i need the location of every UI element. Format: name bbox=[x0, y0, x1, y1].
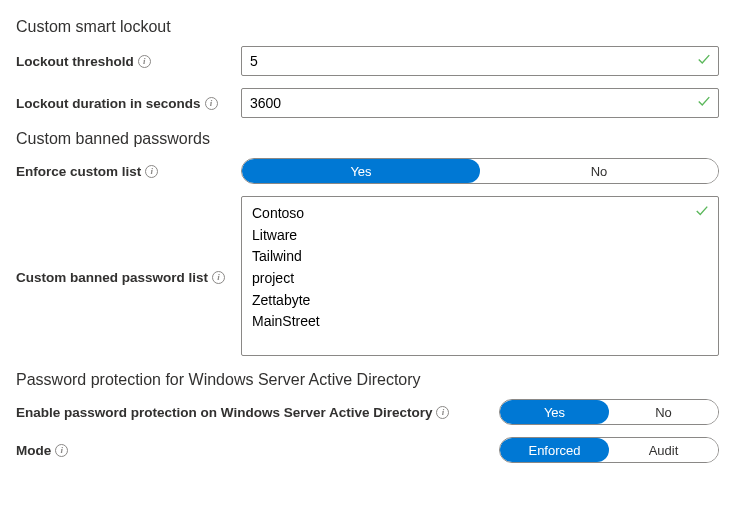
row-enable-winad: Enable password protection on Windows Se… bbox=[16, 399, 719, 425]
row-lockout-threshold: Lockout threshold i bbox=[16, 46, 719, 76]
info-icon[interactable]: i bbox=[205, 97, 218, 110]
enforce-yes-option[interactable]: Yes bbox=[242, 159, 480, 183]
mode-toggle[interactable]: Enforced Audit bbox=[499, 437, 719, 463]
row-lockout-duration: Lockout duration in seconds i bbox=[16, 88, 719, 118]
lockout-duration-label: Lockout duration in seconds bbox=[16, 96, 201, 111]
info-icon[interactable]: i bbox=[145, 165, 158, 178]
info-icon[interactable]: i bbox=[55, 444, 68, 457]
banned-list-label: Custom banned password list bbox=[16, 270, 208, 285]
mode-audit-option[interactable]: Audit bbox=[609, 438, 718, 462]
info-icon[interactable]: i bbox=[436, 406, 449, 419]
enforce-list-label: Enforce custom list bbox=[16, 164, 141, 179]
lockout-threshold-label: Lockout threshold bbox=[16, 54, 134, 69]
enforce-no-option[interactable]: No bbox=[480, 159, 718, 183]
lockout-threshold-input[interactable] bbox=[241, 46, 719, 76]
mode-label: Mode bbox=[16, 443, 51, 458]
row-banned-list: Custom banned password list i bbox=[16, 196, 719, 359]
enable-winad-toggle[interactable]: Yes No bbox=[499, 399, 719, 425]
check-icon bbox=[695, 204, 709, 221]
row-mode: Mode i Enforced Audit bbox=[16, 437, 719, 463]
info-icon[interactable]: i bbox=[212, 271, 225, 284]
enable-winad-label: Enable password protection on Windows Se… bbox=[16, 405, 432, 420]
info-icon[interactable]: i bbox=[138, 55, 151, 68]
row-enforce-list: Enforce custom list i Yes No bbox=[16, 158, 719, 184]
enable-winad-no-option[interactable]: No bbox=[609, 400, 718, 424]
enable-winad-yes-option[interactable]: Yes bbox=[500, 400, 609, 424]
section-title-banned: Custom banned passwords bbox=[16, 130, 719, 148]
section-title-winad: Password protection for Windows Server A… bbox=[16, 371, 719, 389]
enforce-list-toggle[interactable]: Yes No bbox=[241, 158, 719, 184]
banned-list-textarea[interactable] bbox=[241, 196, 719, 356]
mode-enforced-option[interactable]: Enforced bbox=[500, 438, 609, 462]
section-title-lockout: Custom smart lockout bbox=[16, 18, 719, 36]
lockout-duration-input[interactable] bbox=[241, 88, 719, 118]
